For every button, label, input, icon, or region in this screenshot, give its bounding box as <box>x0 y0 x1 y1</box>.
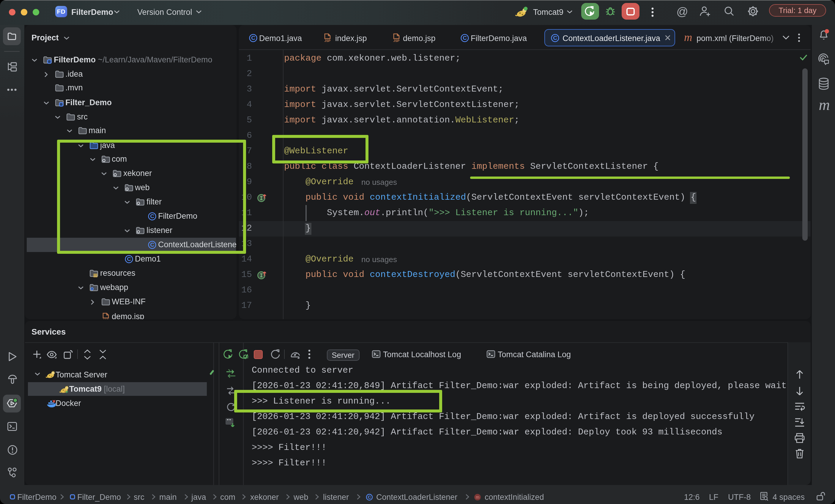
svg-text:C: C <box>463 35 467 41</box>
svg-text:JSP: JSP <box>324 39 330 42</box>
svg-text:C: C <box>251 35 255 41</box>
svg-text:JSP: JSP <box>393 39 400 42</box>
svg-text:C: C <box>553 35 557 41</box>
svg-text:JSP: JSP <box>102 318 109 319</box>
svg-text:m: m <box>475 495 479 499</box>
svg-text:C: C <box>127 256 131 262</box>
svg-text:C: C <box>367 494 370 499</box>
